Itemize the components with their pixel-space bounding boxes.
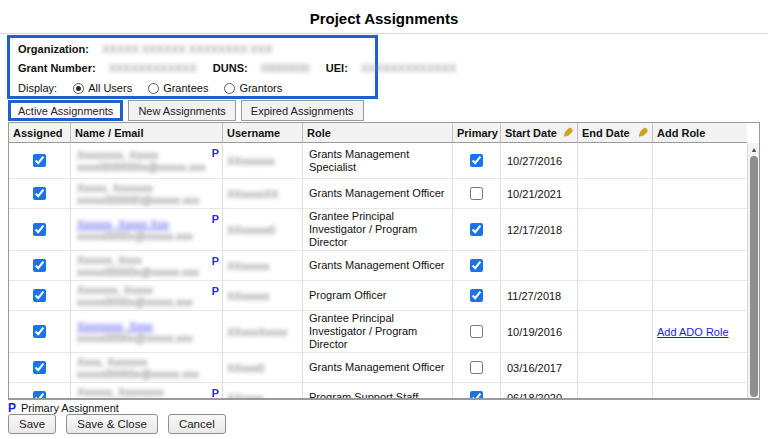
user-name-redacted: Xxxxxxxx, Xxxxx — [77, 149, 158, 161]
username-redacted: XXxxxxXX — [227, 188, 278, 200]
primary-cell — [453, 143, 501, 178]
assigned-checkbox[interactable] — [33, 289, 46, 302]
radio-all-users-label: All Users — [88, 82, 132, 94]
primary-checkbox[interactable] — [470, 154, 483, 167]
primary-checkbox[interactable] — [470, 361, 483, 374]
assigned-checkbox[interactable] — [33, 259, 46, 272]
radio-grantees[interactable]: Grantees — [148, 82, 208, 94]
col-role: Role — [303, 123, 453, 143]
user-name-redacted[interactable]: Xxxxxxxx, Xxxx — [77, 320, 153, 332]
radio-icon[interactable] — [73, 83, 84, 94]
tab-new-assignments[interactable]: New Assignments — [128, 100, 235, 121]
primary-checkbox[interactable] — [470, 391, 483, 400]
table-row: Xxxxx, Xxxxxxx xxxxx000000@xxxxx.xxx P X… — [9, 179, 747, 209]
end-date-cell — [578, 383, 653, 400]
legend-text: Primary Assignment — [21, 402, 119, 414]
uei-value-redacted: XXXXXXXXXXXXX — [361, 62, 456, 74]
start-date-cell — [501, 251, 578, 280]
assigned-cell — [9, 209, 71, 250]
grant-number-label: Grant Number: — [18, 62, 96, 74]
table-scrollbar[interactable]: ▲ — [747, 143, 759, 398]
assigned-checkbox[interactable] — [33, 187, 46, 200]
primary-flag-icon: P — [212, 285, 219, 297]
user-email-redacted: xxxxx0000x@xxxxx.xxx — [77, 296, 193, 308]
assigned-checkbox[interactable] — [33, 223, 46, 236]
start-date-cell: 06/18/2020 — [501, 383, 578, 400]
user-name-redacted[interactable]: Xxxxxx, Xxxxx Xxx — [77, 218, 169, 230]
assigned-cell — [9, 251, 71, 280]
uei-label: UEI: — [326, 62, 348, 74]
primary-cell — [453, 281, 501, 310]
page-title: Project Assignments — [0, 10, 768, 27]
primary-cell — [453, 353, 501, 382]
organization-row: Organization: XXXXX XXXXXX XXXXXXXX XXX — [18, 42, 367, 56]
primary-checkbox[interactable] — [470, 325, 483, 338]
assigned-checkbox[interactable] — [33, 325, 46, 338]
assignments-tabs: Active Assignments New Assignments Expir… — [8, 100, 364, 121]
start-date-cell: 03/16/2017 — [501, 353, 578, 382]
name-email-cell: Xxxxxx, Xxxxxxxx xxxxx00000x@xxxxx.xxx P — [71, 383, 223, 400]
table-row: Xxxx, Xxxxxxx xxxxx00000x@xxxxx.xxx P XX… — [9, 353, 747, 383]
username-redacted: XXxxx0 — [227, 362, 264, 374]
primary-cell — [453, 209, 501, 250]
role-cell: Grants Management Officer — [303, 179, 453, 208]
primary-flag-icon: P — [212, 255, 219, 267]
assigned-cell — [9, 383, 71, 400]
username-cell: XXxxxxxx — [223, 143, 303, 178]
end-date-cell — [578, 143, 653, 178]
radio-grantees-label: Grantees — [163, 82, 208, 94]
primary-checkbox[interactable] — [470, 187, 483, 200]
col-end-date: End Date ✎ — [578, 123, 653, 143]
cancel-button[interactable]: Cancel — [168, 414, 226, 434]
add-role-cell — [653, 179, 747, 208]
primary-assignment-legend: P Primary Assignment — [8, 401, 119, 415]
username-cell: XXxxxxx0 — [223, 209, 303, 250]
save-close-button[interactable]: Save & Close — [66, 414, 158, 434]
radio-grantors[interactable]: Grantors — [224, 82, 282, 94]
radio-icon[interactable] — [148, 83, 159, 94]
name-email-cell: Xxxxxxxx, Xxxxx xxxx0000000x@xxxxx.xxx P — [71, 143, 223, 178]
scrollbar-thumb[interactable] — [750, 156, 758, 397]
primary-checkbox[interactable] — [470, 289, 483, 302]
radio-grantors-label: Grantors — [239, 82, 282, 94]
assigned-cell — [9, 143, 71, 178]
organization-value-redacted: XXXXX XXXXXX XXXXXXXX XXX — [102, 43, 273, 55]
end-date-cell — [578, 281, 653, 310]
name-email-cell: Xxxxx, Xxxxxxx xxxxx000000@xxxxx.xxx P — [71, 179, 223, 208]
primary-checkbox[interactable] — [470, 223, 483, 236]
edit-end-date-pencil-icon[interactable]: ✎ — [638, 128, 648, 138]
role-cell: Grants Management Officer — [303, 251, 453, 280]
grant-number-row: Grant Number: XXXXXXXXXXXX DUNS: 0000000… — [18, 61, 367, 75]
save-button[interactable]: Save — [8, 414, 56, 434]
add-role-cell — [653, 251, 747, 280]
edit-start-date-pencil-icon[interactable]: ✎ — [563, 128, 573, 138]
header-divider — [0, 33, 768, 34]
add-ado-role-link[interactable]: Add ADO Role — [657, 326, 729, 338]
assigned-checkbox[interactable] — [33, 154, 46, 167]
username-cell: XXxxxx — [223, 383, 303, 400]
primary-cell — [453, 383, 501, 400]
tab-active-assignments[interactable]: Active Assignments — [8, 100, 123, 121]
radio-all-users[interactable]: All Users — [73, 82, 132, 94]
radio-icon[interactable] — [224, 83, 235, 94]
assigned-checkbox[interactable] — [33, 391, 46, 400]
role-cell: Program Officer — [303, 281, 453, 310]
assigned-checkbox[interactable] — [33, 361, 46, 374]
user-email-redacted: xxxxx000000@xxxxx.xxx — [77, 194, 199, 206]
col-assigned: Assigned — [9, 123, 71, 143]
scrollbar-up-arrow-icon[interactable]: ▲ — [748, 144, 760, 155]
primary-checkbox[interactable] — [470, 259, 483, 272]
end-date-cell — [578, 353, 653, 382]
add-role-cell — [653, 353, 747, 382]
duns-label: DUNS: — [213, 62, 248, 74]
grant-info-box: Organization: XXXXX XXXXXX XXXXXXXX XXX … — [7, 35, 378, 99]
start-date-cell: 10/27/2016 — [501, 143, 578, 178]
username-cell: XXxxxXxxxx — [223, 311, 303, 352]
user-email-redacted: xxxx0000000x@xxxxx.xxx — [77, 161, 206, 173]
duns-value-redacted: 00000000 — [261, 62, 310, 74]
tab-expired-assignments[interactable]: Expired Assignments — [241, 100, 364, 121]
grant-number-value-redacted: XXXXXXXXXXXX — [109, 62, 197, 74]
add-role-cell: Add ADO Role — [653, 311, 747, 352]
project-assignments-page: Project Assignments Organization: XXXXX … — [0, 0, 768, 439]
primary-cell — [453, 311, 501, 352]
